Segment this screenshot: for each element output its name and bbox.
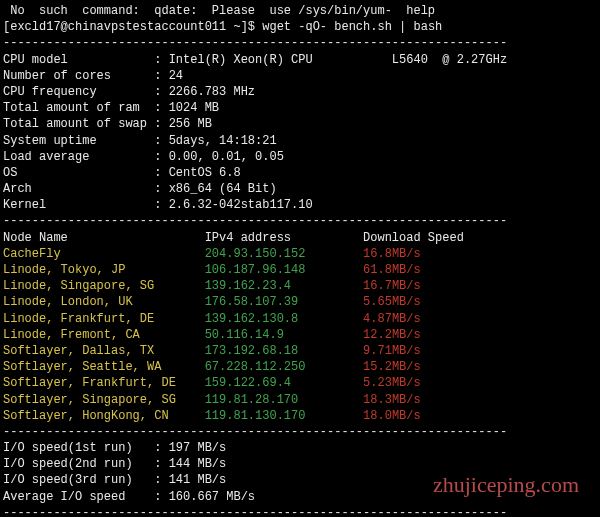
speed-table-row: Softlayer, Singapore, SG 119.81.28.170 1…	[3, 392, 597, 408]
node-name: Softlayer, Dallas, TX	[3, 344, 205, 358]
terminal-truncated-line: No such command: qdate: Please use /sys/…	[3, 3, 597, 19]
node-name: Linode, Singapore, SG	[3, 279, 205, 293]
io-row: Average I/O speed : 160.667 MB/s	[3, 489, 597, 505]
node-speed: 12.2MB/s	[363, 328, 421, 342]
node-name: Softlayer, Singapore, SG	[3, 393, 205, 407]
speed-table-row: Softlayer, HongKong, CN 119.81.130.170 1…	[3, 408, 597, 424]
node-name: CacheFly	[3, 247, 205, 261]
node-ip: 67.228.112.250	[205, 360, 363, 374]
speed-table-row: Softlayer, Frankfurt, DE 159.122.69.4 5.…	[3, 375, 597, 391]
speed-table-row: CacheFly 204.93.150.152 16.8MB/s	[3, 246, 597, 262]
sysinfo-row: Kernel : 2.6.32-042stab117.10	[3, 197, 597, 213]
node-ip: 139.162.23.4	[205, 279, 363, 293]
system-info-block: CPU model : Intel(R) Xeon(R) CPU L5640 @…	[3, 52, 597, 214]
divider-line: ----------------------------------------…	[3, 35, 597, 51]
node-speed: 5.23MB/s	[363, 376, 421, 390]
node-speed: 16.8MB/s	[363, 247, 421, 261]
node-ip: 159.122.69.4	[205, 376, 363, 390]
node-name: Linode, Tokyo, JP	[3, 263, 205, 277]
node-speed: 4.87MB/s	[363, 312, 421, 326]
speed-table-row: Softlayer, Seattle, WA 67.228.112.250 15…	[3, 359, 597, 375]
io-row: I/O speed(3rd run) : 141 MB/s	[3, 472, 597, 488]
sysinfo-row: Number of cores : 24	[3, 68, 597, 84]
node-ip: 139.162.130.8	[205, 312, 363, 326]
node-ip: 50.116.14.9	[205, 328, 363, 342]
node-name: Linode, Fremont, CA	[3, 328, 205, 342]
node-speed: 15.2MB/s	[363, 360, 421, 374]
speed-table-row: Linode, Fremont, CA 50.116.14.9 12.2MB/s	[3, 327, 597, 343]
sysinfo-row: Total amount of swap : 256 MB	[3, 116, 597, 132]
prompt-command: wget -qO- bench.sh | bash	[262, 20, 442, 34]
speed-table-row: Softlayer, Dallas, TX 173.192.68.18 9.71…	[3, 343, 597, 359]
io-speed-block: I/O speed(1st run) : 197 MB/sI/O speed(2…	[3, 440, 597, 505]
node-speed: 5.65MB/s	[363, 295, 421, 309]
node-speed: 9.71MB/s	[363, 344, 421, 358]
node-ip: 119.81.28.170	[205, 393, 363, 407]
sysinfo-row: CPU model : Intel(R) Xeon(R) CPU L5640 @…	[3, 52, 597, 68]
io-row: I/O speed(2nd run) : 144 MB/s	[3, 456, 597, 472]
speed-table-body: CacheFly 204.93.150.152 16.8MB/sLinode, …	[3, 246, 597, 424]
divider-line: ----------------------------------------…	[3, 424, 597, 440]
shell-prompt-line[interactable]: [excld17@chinavpstestaccount011 ~]$ wget…	[3, 19, 597, 35]
node-ip: 204.93.150.152	[205, 247, 363, 261]
speed-table-row: Linode, London, UK 176.58.107.39 5.65MB/…	[3, 294, 597, 310]
speed-table-header: Node Name IPv4 address Download Speed	[3, 230, 597, 246]
divider-line: ----------------------------------------…	[3, 505, 597, 517]
node-ip: 106.187.96.148	[205, 263, 363, 277]
node-ip: 119.81.130.170	[205, 409, 363, 423]
prompt-user-host: [excld17@chinavpstestaccount011 ~]$	[3, 20, 255, 34]
sysinfo-row: Total amount of ram : 1024 MB	[3, 100, 597, 116]
node-speed: 18.0MB/s	[363, 409, 421, 423]
node-name: Softlayer, Frankfurt, DE	[3, 376, 205, 390]
node-ip: 176.58.107.39	[205, 295, 363, 309]
sysinfo-row: CPU frequency : 2266.783 MHz	[3, 84, 597, 100]
node-speed: 16.7MB/s	[363, 279, 421, 293]
sysinfo-row: Load average : 0.00, 0.01, 0.05	[3, 149, 597, 165]
node-name: Linode, Frankfurt, DE	[3, 312, 205, 326]
node-name: Softlayer, HongKong, CN	[3, 409, 205, 423]
node-speed: 18.3MB/s	[363, 393, 421, 407]
node-name: Linode, London, UK	[3, 295, 205, 309]
sysinfo-row: System uptime : 5days, 14:18:21	[3, 133, 597, 149]
divider-line: ----------------------------------------…	[3, 213, 597, 229]
node-speed: 61.8MB/s	[363, 263, 421, 277]
sysinfo-row: Arch : x86_64 (64 Bit)	[3, 181, 597, 197]
speed-table-row: Linode, Tokyo, JP 106.187.96.148 61.8MB/…	[3, 262, 597, 278]
sysinfo-row: OS : CentOS 6.8	[3, 165, 597, 181]
io-row: I/O speed(1st run) : 197 MB/s	[3, 440, 597, 456]
node-ip: 173.192.68.18	[205, 344, 363, 358]
speed-table-row: Linode, Frankfurt, DE 139.162.130.8 4.87…	[3, 311, 597, 327]
speed-table-row: Linode, Singapore, SG 139.162.23.4 16.7M…	[3, 278, 597, 294]
node-name: Softlayer, Seattle, WA	[3, 360, 205, 374]
